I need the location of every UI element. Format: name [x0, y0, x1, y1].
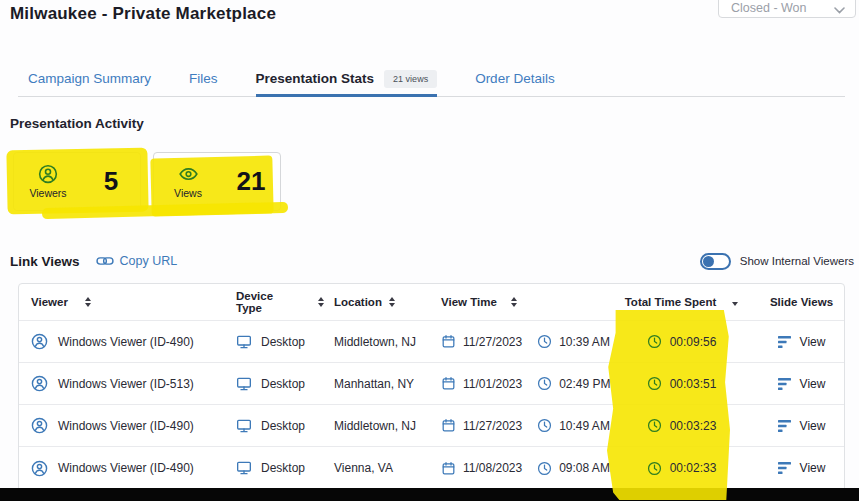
clock-icon — [537, 461, 552, 476]
calendar-icon — [441, 461, 456, 476]
view-time: 10:39 AM — [559, 335, 610, 349]
section-heading-presentation-activity: Presentation Activity — [10, 116, 144, 131]
view-slide-views-link[interactable]: View — [800, 335, 826, 349]
table-row: Windows Viewer (ID-490) Desktop Middleto… — [19, 321, 844, 363]
sort-icon[interactable] — [511, 297, 517, 307]
table-header-row: Viewer Device Type Location View Time To… — [19, 284, 844, 321]
calendar-icon — [441, 418, 456, 433]
stat-cards: Viewers 5 Views 21 — [13, 152, 281, 211]
total-time-spent: 00:03:23 — [670, 419, 717, 433]
desktop-icon — [236, 460, 252, 476]
tab-campaign-summary[interactable]: Campaign Summary — [28, 62, 151, 96]
viewer-icon — [31, 417, 48, 434]
column-header-device-type[interactable]: Device Type — [224, 290, 324, 314]
calendar-icon — [441, 334, 456, 349]
link-views-table: Viewer Device Type Location View Time To… — [18, 283, 845, 490]
sort-icon[interactable] — [85, 297, 91, 307]
location: Middletown, NJ — [324, 335, 429, 349]
status-dropdown-value: Closed - Won — [731, 1, 807, 15]
copy-url-button[interactable]: Copy URL — [96, 254, 178, 268]
chevron-down-icon — [834, 7, 845, 14]
duration-clock-icon — [647, 461, 662, 476]
slide-stats-icon — [778, 377, 792, 391]
location: Manhattan, NY — [324, 377, 429, 391]
total-time-spent: 00:02:33 — [670, 461, 717, 475]
toggle-knob — [703, 256, 714, 267]
duration-clock-icon — [647, 334, 662, 349]
tab-presentation-stats[interactable]: Presentation Stats 21 views — [256, 62, 438, 97]
calendar-icon — [441, 376, 456, 391]
view-slide-views-link[interactable]: View — [800, 377, 826, 391]
duration-clock-icon — [647, 376, 662, 391]
sort-desc-icon[interactable] — [732, 302, 738, 306]
total-time-spent: 00:09:56 — [670, 335, 717, 349]
location: Middletown, NJ — [324, 419, 429, 433]
total-time-spent: 00:03:51 — [670, 377, 717, 391]
device-type: Desktop — [261, 335, 305, 349]
view-time: 10:49 AM — [559, 419, 610, 433]
show-internal-viewers-toggle[interactable] — [700, 253, 731, 270]
table-row: Windows Viewer (ID-513) Desktop Manhatta… — [19, 363, 844, 405]
views-count-badge: 21 views — [384, 70, 437, 88]
viewers-icon — [38, 164, 58, 184]
view-date: 11/01/2023 — [463, 377, 522, 391]
viewer-icon — [31, 333, 48, 350]
clock-icon — [537, 376, 552, 391]
column-header-location[interactable]: Location — [324, 296, 429, 308]
tab-files[interactable]: Files — [189, 62, 218, 96]
views-stat-card: Views 21 — [153, 152, 281, 211]
table-row: Windows Viewer (ID-490) Desktop Middleto… — [19, 405, 844, 447]
view-date: 11/08/2023 — [463, 461, 522, 475]
location: Vienna, VA — [324, 461, 429, 475]
viewer-name: Windows Viewer (ID-513) — [58, 377, 194, 391]
copy-url-label: Copy URL — [120, 254, 178, 268]
view-time: 02:49 PM — [559, 377, 610, 391]
viewers-count: 5 — [82, 166, 140, 197]
table-row: Windows Viewer (ID-490) Desktop Vienna, … — [19, 447, 844, 489]
clock-icon — [537, 418, 552, 433]
view-slide-views-link[interactable]: View — [800, 419, 826, 433]
views-icon — [178, 164, 199, 184]
link-views-heading: Link Views — [10, 254, 80, 269]
sort-icon[interactable] — [389, 297, 395, 307]
desktop-icon — [236, 334, 252, 350]
device-type: Desktop — [261, 419, 305, 433]
status-dropdown[interactable]: Closed - Won — [718, 0, 856, 18]
slide-stats-icon — [778, 461, 792, 475]
view-slide-views-link[interactable]: View — [800, 461, 826, 475]
slide-stats-icon — [778, 419, 792, 433]
page-title: Milwaukee - Private Marketplace — [10, 4, 276, 24]
tab-presentation-stats-label: Presentation Stats — [256, 71, 375, 86]
viewer-name: Windows Viewer (ID-490) — [58, 335, 194, 349]
view-time: 09:08 AM — [559, 461, 610, 475]
link-icon — [96, 254, 114, 268]
column-header-viewer[interactable]: Viewer — [19, 296, 224, 308]
viewer-icon — [31, 375, 48, 392]
desktop-icon — [236, 376, 252, 392]
column-header-total-time-spent[interactable]: Total Time Spent — [614, 296, 749, 308]
viewer-name: Windows Viewer (ID-490) — [58, 461, 194, 475]
desktop-icon — [236, 418, 252, 434]
views-card-label: Views — [174, 187, 202, 199]
window-edge-bar — [0, 488, 859, 501]
viewer-icon — [31, 460, 48, 477]
column-header-view-time[interactable]: View Time — [429, 296, 614, 308]
column-header-slide-views: Slide Views — [749, 296, 844, 308]
viewers-stat-card: Viewers 5 — [13, 152, 141, 211]
view-date: 11/27/2023 — [463, 335, 522, 349]
link-views-bar: Link Views Copy URL Show Internal Viewer… — [10, 250, 854, 272]
viewers-card-label: Viewers — [29, 187, 66, 199]
show-internal-viewers-label: Show Internal Viewers — [740, 255, 854, 267]
tab-order-details[interactable]: Order Details — [475, 62, 555, 96]
views-count: 21 — [222, 166, 280, 197]
device-type: Desktop — [261, 461, 305, 475]
tab-bar: Campaign Summary Files Presentation Stat… — [18, 62, 845, 97]
device-type: Desktop — [261, 377, 305, 391]
clock-icon — [537, 334, 552, 349]
viewer-name: Windows Viewer (ID-490) — [58, 419, 194, 433]
slide-stats-icon — [778, 335, 792, 349]
duration-clock-icon — [647, 418, 662, 433]
view-date: 11/27/2023 — [463, 419, 522, 433]
